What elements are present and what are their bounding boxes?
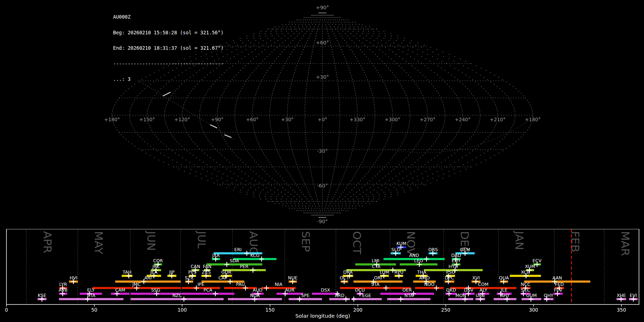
month-label: JUL (195, 230, 208, 249)
meteor-trail (163, 92, 170, 96)
shower-code-label: QUA (499, 275, 509, 280)
longitude-label: +60° (246, 117, 258, 122)
month-label: MAY (92, 231, 105, 254)
longitude-label: +210° (490, 117, 506, 122)
shower-code-label: PAU (236, 282, 245, 287)
meteor-trail (210, 125, 217, 128)
shower-code-label: NDA (250, 293, 260, 298)
station-code: AU000Z (113, 14, 224, 20)
observation-header: AU000Z Beg: 20260210 15:58:28 (sol = 321… (113, 4, 224, 87)
longitude-label: +300° (385, 117, 400, 122)
shower-JXA: JXA (212, 253, 220, 262)
shower-code-label: GDR (221, 269, 231, 275)
month-label: AUG (247, 231, 260, 255)
shower-code-label: EHY (452, 258, 461, 263)
shower-code-label: URS (475, 293, 485, 298)
shower-code-label: ORI (374, 275, 382, 280)
shower-code-label: SCC (521, 287, 530, 293)
longitude-label: +150° (139, 117, 155, 122)
longitude-label: +330° (350, 117, 365, 122)
shower-code-label: ERI (234, 247, 241, 252)
shower-code-label: IPE (197, 282, 204, 287)
meteor-trails (163, 92, 231, 137)
shower-code-label: AND (409, 253, 419, 258)
shower-code-label: FED (555, 282, 564, 287)
longitude-label: +120° (174, 117, 190, 122)
shower-XHE: XHE (616, 293, 626, 302)
shower-SLD: SLD (391, 247, 401, 256)
shower-code-label: NTA (404, 293, 413, 298)
shower-HVI: HVI (69, 275, 78, 284)
shower-code-label: STA (371, 282, 380, 287)
shower-code-label: LEO (414, 258, 423, 263)
shower-code-label: NZC (172, 293, 182, 298)
shower-code-label: AVB (59, 287, 68, 293)
x-axis: 050100150200250300350Solar longitude (de… (5, 304, 626, 319)
shower-EGE: EGE (351, 293, 382, 302)
shower-code-label: DAD (451, 253, 461, 258)
shower-code-label: COM (478, 282, 488, 287)
x-tick-label: 300 (529, 307, 538, 313)
shower-code-label: SSG (151, 287, 160, 293)
month-label: JAN (513, 230, 526, 250)
map-latitude-labels: +90°+60°+30°-30°-60°-90° (316, 5, 329, 224)
shower-SZC: SZC (185, 275, 194, 284)
shower-code-label: JRC (152, 264, 160, 269)
x-tick-label: 0 (5, 307, 8, 313)
shower-code-label: DRA (343, 269, 353, 275)
longitude-label: +90° (211, 117, 223, 122)
shower-code-label: MON (455, 293, 466, 298)
longitude-label: +270° (420, 117, 435, 122)
shower-QUA: QUA (499, 275, 509, 284)
shower-code-label: PPS (188, 269, 196, 275)
x-tick-label: 100 (177, 307, 187, 313)
shower-code-label: AHY (501, 293, 510, 298)
month-label: SEP (299, 231, 312, 252)
x-axis-title: Solar longitude (deg) (295, 313, 350, 319)
shower-code-label: KSE (38, 293, 46, 298)
shower-code-label: JLE (501, 287, 508, 293)
shower-KSE: KSE (38, 293, 47, 302)
latitude-label: -90° (317, 219, 328, 224)
shower-QHY: QHY (544, 293, 553, 302)
shower-TAH: TAH (122, 269, 132, 278)
shower-code-label: CAP (219, 275, 228, 280)
shower-code-label: JEA (150, 269, 158, 275)
shower-code-label: QHY (544, 293, 553, 298)
shower-code-label: DPC (445, 275, 454, 280)
shower-code-label: KCG (250, 253, 259, 258)
shower-PAU: PAU (224, 282, 257, 291)
shower-code-label: ORS (428, 247, 438, 252)
shower-code-label: CTA (372, 264, 380, 269)
map-longitude-labels: +180°+150°+120°+90°+60°+30°+0°+330°+300°… (104, 117, 541, 122)
shower-code-label: LMI (372, 258, 379, 263)
shower-code-label: EVI (630, 293, 637, 298)
shower-NDA: NDA (228, 293, 282, 302)
shower-lanes: KUMERISLDORSGEMJXAKCGANDDADCORSDALMILEOE… (38, 241, 638, 302)
longitude-label: +180° (525, 117, 541, 122)
month-label: JUN (145, 230, 158, 251)
shower-code-label: LYR (59, 282, 67, 287)
begin-time-line: Beg: 20260210 15:58:28 (sol = 321.56°) (113, 30, 224, 35)
shower-code-label: GUM (526, 293, 537, 298)
shower-code-label: PSU (446, 269, 455, 275)
shower-code-label: LUM (380, 269, 389, 275)
shower-code-label: NCC (521, 282, 531, 287)
shower-code-label: OCU (355, 287, 365, 293)
shower-code-label: OCT (340, 275, 350, 280)
shower-code-label: ZCS (202, 269, 211, 275)
shower-code-label: AAN (552, 275, 562, 280)
shower-code-label: THA (417, 269, 426, 275)
shower-AVB: AVB (59, 287, 68, 296)
x-tick-label: 350 (617, 307, 626, 313)
shower-code-label: TAH (122, 269, 132, 275)
x-tick-label: 150 (265, 307, 275, 313)
shower-code-label: ALY (479, 287, 487, 293)
shower-code-label: SDA (230, 258, 239, 263)
shower-code-label: AMO (419, 275, 430, 280)
shower-code-label: FEV (554, 287, 562, 293)
shower-code-label: JMC (132, 282, 141, 287)
month-label: OCT (351, 231, 364, 255)
month-label: APR (41, 231, 54, 253)
shower-code-label: XVI (472, 275, 480, 280)
